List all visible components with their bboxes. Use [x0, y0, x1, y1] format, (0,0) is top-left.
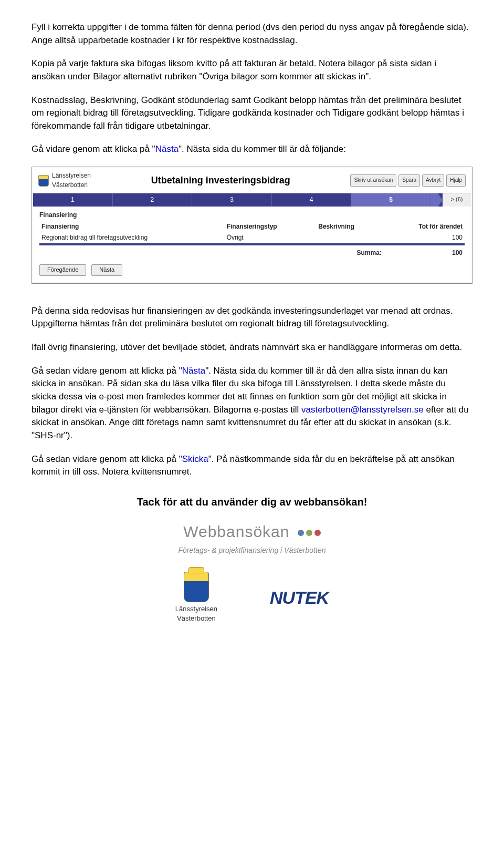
- app-title: Utbetalning investeringsbidrag: [151, 173, 290, 187]
- step-arrow-icon: [431, 193, 443, 207]
- print-button[interactable]: Skriv ut ansökan: [350, 174, 396, 187]
- lansstyrelsen-logo: Länsstyrelsen Västerbotten: [175, 572, 217, 624]
- logo-text: Webbansökan: [183, 523, 289, 540]
- cell: Regionalt bidrag till företagsutveckling: [39, 232, 225, 244]
- text: Länsstyrelsen: [175, 604, 217, 614]
- table-row: Regionalt bidrag till företagsutveckling…: [39, 232, 465, 244]
- section-title: Finansiering: [39, 211, 465, 220]
- col-type: Finansieringstyp: [225, 221, 317, 232]
- help-button[interactable]: Hjälp: [446, 174, 466, 187]
- crest-icon: [38, 175, 49, 187]
- col-desc: Beskrivning: [316, 221, 384, 232]
- save-button[interactable]: Spara: [398, 174, 420, 187]
- cancel-button[interactable]: Avbryt: [422, 174, 444, 187]
- email-link[interactable]: vasterbotten@lansstyrelsen.se: [301, 405, 424, 415]
- webbansokan-logo: Webbansökan: [32, 520, 472, 543]
- cell: 100: [384, 232, 465, 244]
- paragraph: Gå vidare genom att klicka på "Nästa". N…: [32, 143, 472, 156]
- col-financing: Finansiering: [39, 221, 225, 232]
- step-2[interactable]: 2: [113, 193, 193, 207]
- footer-logos: Webbansökan Företags- & projektfinansier…: [32, 520, 472, 624]
- send-link-text: Skicka: [182, 454, 208, 464]
- step-3[interactable]: 3: [192, 193, 272, 207]
- paragraph: Kopia på varje faktura ska bifogas likso…: [32, 57, 472, 83]
- text: Gå vidare genom att klicka på ": [32, 144, 155, 154]
- next-link-text: Nästa: [155, 144, 178, 154]
- text: Västerbotten: [177, 614, 216, 624]
- paragraph: På denna sida redovisas hur finansiering…: [32, 305, 472, 331]
- step-1[interactable]: 1: [33, 193, 113, 207]
- sum-value: 100: [384, 248, 465, 259]
- paragraph: Fyll i korrekta uppgifter i de tomma fäl…: [32, 21, 472, 47]
- text: Gå sedan vidare genom att klicka på ": [32, 366, 182, 376]
- col-total: Tot för ärendet: [384, 221, 465, 232]
- nutek-logo: NUTEK: [270, 585, 329, 611]
- step-end[interactable]: > (6): [443, 193, 471, 207]
- next-button[interactable]: Nästa: [91, 264, 122, 276]
- cell: Övrigt: [225, 232, 317, 244]
- text: Gå sedan vidare genom att klicka på ": [32, 454, 182, 464]
- paragraph: Gå sedan vidare genom att klicka på "Näs…: [32, 365, 472, 442]
- prev-button[interactable]: Föregående: [39, 264, 86, 276]
- paragraph: Ifall övrig finansiering, utöver det bev…: [32, 341, 472, 354]
- app-screenshot: Länsstyrelsen Västerbotten Utbetalning i…: [32, 167, 472, 284]
- financing-table: Finansiering Finansieringstyp Beskrivnin…: [39, 221, 465, 259]
- paragraph: Gå sedan vidare genom att klicka på "Ski…: [32, 453, 472, 479]
- text: ". Nästa sida du kommer till är då följa…: [178, 144, 346, 154]
- org-name: Länsstyrelsen: [52, 171, 91, 180]
- sum-row: Summa: 100: [39, 248, 465, 259]
- next-link-text: Nästa: [182, 366, 205, 376]
- crest-icon: [184, 572, 209, 602]
- app-logo: Länsstyrelsen Västerbotten: [38, 171, 91, 190]
- app-header: Länsstyrelsen Västerbotten Utbetalning i…: [33, 168, 471, 193]
- org-region: Västerbotten: [52, 181, 91, 190]
- paragraph: Kostnadsslag, Beskrivning, Godkänt stödu…: [32, 94, 472, 133]
- step-5[interactable]: 5: [351, 193, 431, 207]
- sum-label: Summa:: [316, 248, 384, 259]
- webbansokan-sub: Företags- & projektfinansiering i Väster…: [32, 545, 472, 555]
- step-4[interactable]: 4: [272, 193, 352, 207]
- cell: [316, 232, 384, 244]
- thanks-heading: Tack för att du använder dig av webbansö…: [32, 494, 472, 510]
- step-bar: 1 2 3 4 5 > (6): [33, 193, 471, 207]
- logo-dots-icon: [298, 530, 321, 536]
